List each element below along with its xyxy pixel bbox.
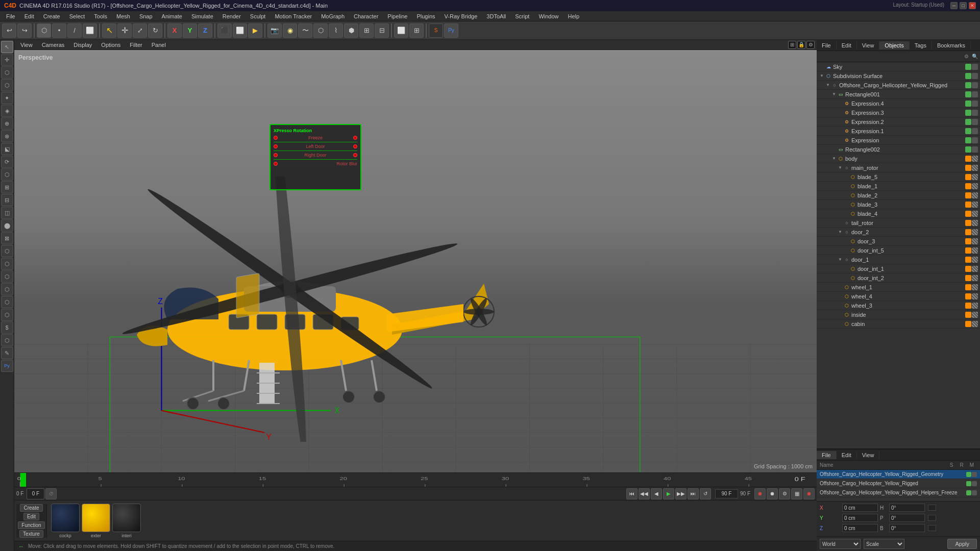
- left-tool-17[interactable]: ⬡: [1, 258, 13, 270]
- motion-track-btn[interactable]: ▦: [791, 488, 802, 499]
- obj-tab-view[interactable]: View: [857, 41, 880, 49]
- obj-row-wheel1[interactable]: ⬡ wheel_1: [817, 283, 980, 292]
- obj-row-blade2[interactable]: ⬡ blade_2: [817, 191, 980, 200]
- menu-select[interactable]: Select: [65, 12, 89, 20]
- mat-texture-btn[interactable]: Texture: [19, 530, 43, 538]
- obj-search-icon[interactable]: 🔍: [972, 54, 978, 59]
- y-axis-btn[interactable]: Y: [183, 23, 197, 38]
- obj-row-door3[interactable]: ⬡ door_3: [817, 237, 980, 246]
- attr-tab-file[interactable]: File: [817, 451, 837, 459]
- nurbs-btn[interactable]: ⬡: [313, 23, 328, 38]
- poly-mode-button[interactable]: ⬜: [83, 23, 97, 38]
- minimize-button[interactable]: ─: [950, 2, 958, 9]
- obj-tab-file[interactable]: File: [817, 41, 837, 49]
- obj-filter-icon[interactable]: ⚙: [964, 54, 969, 59]
- viewport[interactable]: X Z Y Perspective Grid Spacing : 1000 cm: [14, 50, 817, 472]
- obj-row-door-int1[interactable]: ⬡ door_int_1: [817, 264, 980, 273]
- obj-row-expr2[interactable]: ⚙ Expression.2: [817, 117, 980, 127]
- menu-sculpt[interactable]: Sculpt: [246, 12, 270, 20]
- obj-row-expr4[interactable]: ⚙ Expression.4: [817, 99, 980, 108]
- menu-render[interactable]: Render: [218, 12, 245, 20]
- xpresso-editor[interactable]: XPresso Rotation Freeze: [270, 124, 361, 190]
- view-single-btn[interactable]: ⬜: [394, 23, 408, 38]
- obj-row-expr[interactable]: ⚙ Expression: [817, 136, 980, 145]
- goto-end-button[interactable]: ⏭: [688, 488, 699, 499]
- attr-tab-view[interactable]: View: [857, 451, 880, 459]
- end-frame-field[interactable]: [715, 489, 738, 498]
- obj-row-blade4[interactable]: ⬡ blade_4: [817, 209, 980, 218]
- step-forward-button[interactable]: ▶▶: [675, 488, 687, 499]
- obj-row-body[interactable]: ▼ ⬡ body: [817, 154, 980, 163]
- mat-function-btn[interactable]: Function: [18, 521, 44, 529]
- vp-tab-options[interactable]: Options: [97, 41, 125, 49]
- render-view-btn[interactable]: ⬜: [233, 23, 247, 38]
- menu-create[interactable]: Create: [39, 12, 64, 20]
- spline-btn[interactable]: 〜: [298, 23, 312, 38]
- timeline-ruler[interactable]: 0 5 10 15 20 25 30 35 40: [14, 472, 817, 487]
- file-row-heli[interactable]: Offshore_Cargo_Helicopter_Yellow_Rigged: [817, 479, 980, 488]
- left-tool-2[interactable]: ⬡: [1, 66, 13, 79]
- left-tool-15[interactable]: ⊠: [1, 232, 13, 244]
- left-tool-13[interactable]: ◫: [1, 207, 13, 219]
- left-tool-10[interactable]: ⬡: [1, 168, 13, 181]
- left-tool-7[interactable]: ⊗: [1, 130, 13, 142]
- generator-btn[interactable]: ⬢: [344, 23, 358, 38]
- obj-row-helicopter[interactable]: ▼ ○ Offshore_Cargo_Helicopter_Yellow_Rig…: [817, 81, 980, 90]
- left-tool-20[interactable]: ⬡: [1, 296, 13, 308]
- left-tool-14[interactable]: ⬤: [1, 219, 13, 232]
- x-axis-btn[interactable]: X: [167, 23, 182, 38]
- deform-btn[interactable]: ⌇: [329, 23, 343, 38]
- point-mode-button[interactable]: •: [52, 23, 66, 38]
- undo-button[interactable]: ↩: [2, 23, 16, 38]
- left-tool-python[interactable]: Py: [1, 360, 13, 372]
- obj-row-door1[interactable]: ▼ ○ door_1: [817, 255, 980, 264]
- vp-settings-btn[interactable]: ⚙: [806, 41, 815, 49]
- obj-row-expr3[interactable]: ⚙ Expression.3: [817, 108, 980, 117]
- obj-row-wheel3[interactable]: ⬡ wheel_3: [817, 301, 980, 310]
- vp-tab-panel[interactable]: Panel: [148, 41, 170, 49]
- obj-row-door-int5[interactable]: ⬡ door_int_5: [817, 246, 980, 255]
- material-item-exterior[interactable]: exter: [82, 504, 110, 538]
- left-tool-22[interactable]: $: [1, 321, 13, 334]
- menu-motion-tracker[interactable]: Motion Tracker: [271, 12, 316, 20]
- y-coord-input[interactable]: [842, 514, 878, 522]
- left-tool-21[interactable]: ⬡: [1, 309, 13, 321]
- frame-field[interactable]: 0 F: [27, 488, 44, 499]
- record-mode-btn[interactable]: ⏺: [767, 488, 778, 499]
- scale-tool-button[interactable]: ⤢: [133, 23, 147, 38]
- light-btn[interactable]: ◉: [283, 23, 297, 38]
- edge-mode-button[interactable]: /: [67, 23, 82, 38]
- view-quad-btn[interactable]: ⊞: [409, 23, 424, 38]
- mat-create-btn[interactable]: Create: [20, 504, 42, 512]
- left-tool-16[interactable]: ⬡: [1, 245, 13, 257]
- instance-btn[interactable]: ⊟: [375, 23, 389, 38]
- left-tool-4[interactable]: ✦: [1, 92, 13, 104]
- obj-row-main-rotor[interactable]: ▼ ○ main_rotor: [817, 163, 980, 172]
- left-tool-18[interactable]: ⬡: [1, 270, 13, 283]
- auto-record-btn[interactable]: ⚙: [779, 488, 790, 499]
- left-tool-3[interactable]: ⬡: [1, 79, 13, 91]
- world-dropdown[interactable]: World Object Screen: [820, 539, 861, 549]
- menu-window[interactable]: Window: [534, 12, 562, 20]
- file-list[interactable]: Offshore_Cargo_Helicopter_Yellow_Rigged_…: [817, 470, 980, 501]
- mat-edit-btn[interactable]: Edit: [23, 513, 39, 520]
- obj-row-tail-rotor[interactable]: ○ tail_rotor: [817, 218, 980, 228]
- menu-plugins[interactable]: Plugins: [412, 12, 439, 20]
- obj-row-rect001[interactable]: ▼ ▭ Rectangle001: [817, 90, 980, 99]
- obj-tab-tags[interactable]: Tags: [910, 41, 932, 49]
- obj-row-sky[interactable]: ☁ Sky: [817, 62, 980, 71]
- array-btn[interactable]: ⊞: [359, 23, 374, 38]
- left-tool-24[interactable]: ✎: [1, 347, 13, 359]
- obj-row-door2[interactable]: ▼ ○ door_2: [817, 228, 980, 237]
- attr-tab-edit[interactable]: Edit: [837, 451, 857, 459]
- step-back-button[interactable]: ◀◀: [639, 488, 650, 499]
- menu-vray[interactable]: V-Ray Bridge: [440, 12, 482, 20]
- obj-row-inside[interactable]: ⬡ inside: [817, 310, 980, 319]
- menu-3dtoall[interactable]: 3DToAll: [482, 12, 510, 20]
- titlebar-controls[interactable]: Layout: Startup (Used) ─ □ ✕: [893, 2, 976, 9]
- b-coord-input[interactable]: [889, 524, 925, 532]
- obj-row-cabin[interactable]: ⬡ cabin: [817, 319, 980, 329]
- loop-button[interactable]: ↺: [700, 488, 711, 499]
- left-tool-19[interactable]: ⬡: [1, 283, 13, 295]
- object-tree[interactable]: ☁ Sky ▼ ⬡ Subdivision Surface: [817, 62, 980, 448]
